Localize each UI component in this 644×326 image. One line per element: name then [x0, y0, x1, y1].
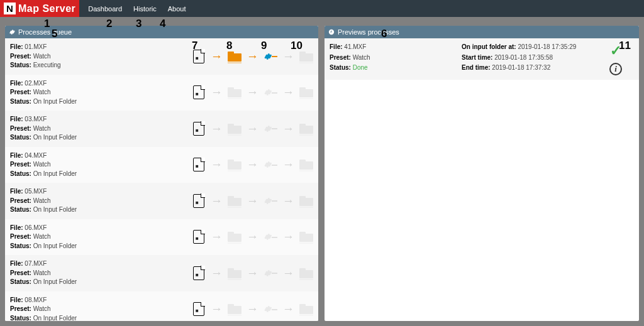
preview-row[interactable]: File: 41.MXF Preset: Watch Status: Done … — [325, 38, 639, 80]
queue-row[interactable]: File: 05.MXF Preset: Watch Status: On In… — [5, 183, 318, 219]
pipeline: ■ → → → — [192, 266, 313, 280]
arrow-icon: → — [211, 230, 223, 244]
queue-row-info: File: 01.MXF Preset: Watch Status: Execu… — [10, 43, 192, 70]
output-folder-icon — [299, 194, 313, 208]
process-gear-icon — [264, 230, 277, 244]
nav-dashboard[interactable]: Dashboard — [88, 5, 122, 13]
arrow-icon: → — [282, 230, 294, 244]
workspace: Processes queue File: 01.MXF Preset: Wat… — [0, 17, 644, 326]
arrow-icon: → — [211, 302, 223, 316]
arrow-icon: → — [247, 302, 258, 316]
queue-row-info: File: 04.MXF Preset: Watch Status: On In… — [10, 151, 192, 179]
process-gear-icon — [264, 158, 277, 171]
input-folder-icon — [228, 302, 242, 316]
output-folder-icon — [299, 230, 313, 244]
process-gear-icon — [264, 122, 277, 136]
input-folder-icon — [228, 230, 242, 244]
video-file-icon: ■ — [192, 194, 206, 208]
queue-row[interactable]: File: 02.MXF Preset: Watch Status: On In… — [5, 75, 318, 111]
pipeline: ■ → → → — [192, 158, 313, 171]
logo-badge: N — [4, 3, 16, 14]
queue-row-info: File: 02.MXF Preset: Watch Status: On In… — [10, 79, 192, 107]
nav-links: Dashboard Historic About — [88, 5, 186, 13]
pipeline: ■ → → → — [192, 85, 313, 99]
arrow-icon: → — [247, 122, 258, 136]
arrow-icon: → — [247, 266, 258, 280]
input-folder-icon — [228, 122, 242, 136]
arrow-icon: → — [282, 158, 294, 171]
queue-panel-header: Processes queue — [5, 26, 318, 38]
queue-row[interactable]: File: 07.MXF Preset: Watch Status: On In… — [5, 255, 318, 291]
queue-row-info: File: 07.MXF Preset: Watch Status: On In… — [10, 259, 192, 287]
pipeline: ■ → → → — [192, 122, 313, 136]
output-folder-icon — [299, 85, 313, 99]
previews-list[interactable]: File: 41.MXF Preset: Watch Status: Done … — [325, 38, 639, 321]
arrow-icon: → — [247, 85, 258, 99]
pipeline: ■ → → → — [192, 302, 313, 316]
arrow-icon: → — [211, 50, 223, 63]
arrow-icon: → — [247, 194, 258, 208]
video-file-icon: ■ — [192, 85, 206, 99]
arrow-icon: → — [211, 85, 223, 99]
clock-icon — [328, 29, 335, 35]
preview-col-actions: ✓ i — [597, 43, 634, 75]
arrow-icon: → — [247, 158, 258, 171]
output-folder-icon — [299, 158, 313, 171]
preview-col-times: On input folder at: 2019-01-18 17:35:29 … — [462, 43, 597, 75]
previews-panel-title: Previews processes — [338, 28, 399, 36]
video-file-icon: ■ — [192, 158, 206, 171]
queue-row-info: File: 05.MXF Preset: Watch Status: On In… — [10, 187, 192, 215]
queue-row[interactable]: File: 08.MXF Preset: Watch Status: On In… — [5, 291, 318, 322]
input-folder-icon — [228, 50, 242, 63]
queue-row-info: File: 03.MXF Preset: Watch Status: On In… — [10, 115, 192, 143]
input-folder-icon — [228, 85, 242, 99]
previews-panel-header: Previews processes — [325, 26, 639, 38]
queue-row-info: File: 06.MXF Preset: Watch Status: On In… — [10, 224, 192, 251]
arrow-icon: → — [282, 122, 294, 136]
queue-row[interactable]: File: 01.MXF Preset: Watch Status: Execu… — [5, 38, 318, 75]
nav-historic[interactable]: Historic — [133, 5, 157, 13]
queue-row[interactable]: File: 03.MXF Preset: Watch Status: On In… — [5, 111, 318, 147]
arrow-icon: → — [282, 85, 294, 99]
app-logo: N Map Server — [0, 0, 79, 17]
preview-col-left: File: 41.MXF Preset: Watch Status: Done — [330, 43, 462, 75]
input-folder-icon — [228, 158, 242, 171]
output-folder-icon — [299, 266, 313, 280]
video-file-icon: ■ — [192, 230, 206, 244]
video-file-icon: ■ — [192, 302, 206, 316]
info-icon[interactable]: i — [609, 63, 622, 75]
app-name: Map Server — [18, 3, 75, 14]
input-folder-icon — [228, 194, 242, 208]
done-check-icon: ✓ — [610, 43, 621, 59]
process-gear-icon — [264, 302, 277, 316]
output-folder-icon — [299, 122, 313, 136]
arrow-icon: → — [247, 230, 258, 244]
output-folder-icon — [299, 302, 313, 316]
arrow-icon: → — [211, 194, 223, 208]
process-gear-icon — [264, 266, 277, 280]
previews-panel: Previews processes File: 41.MXF Preset: … — [325, 26, 639, 321]
queue-row[interactable]: File: 06.MXF Preset: Watch Status: On In… — [5, 219, 318, 256]
arrow-icon: → — [211, 266, 223, 280]
pipeline: ■ → → → — [192, 50, 313, 63]
video-file-icon: ■ — [192, 122, 206, 136]
nav-about[interactable]: About — [168, 5, 186, 13]
top-navbar: N Map Server Dashboard Historic About — [0, 0, 644, 17]
processes-queue-panel: Processes queue File: 01.MXF Preset: Wat… — [5, 26, 318, 321]
queue-list[interactable]: File: 01.MXF Preset: Watch Status: Execu… — [5, 38, 318, 321]
arrow-icon: → — [211, 122, 223, 136]
arrow-icon: → — [211, 158, 223, 171]
queue-panel-title: Processes queue — [18, 28, 72, 36]
pipeline: ■ → → → — [192, 194, 313, 208]
process-gear-icon — [264, 85, 277, 99]
process-gear-icon — [264, 50, 277, 63]
input-folder-icon — [228, 266, 242, 280]
pipeline: ■ → → → — [192, 230, 313, 244]
output-folder-icon — [299, 50, 313, 63]
process-gear-icon — [264, 194, 277, 208]
arrow-icon: → — [282, 50, 294, 63]
arrow-icon: → — [282, 302, 294, 316]
arrow-icon: → — [282, 266, 294, 280]
video-file-icon: ■ — [192, 50, 206, 63]
queue-row[interactable]: File: 04.MXF Preset: Watch Status: On In… — [5, 147, 318, 183]
